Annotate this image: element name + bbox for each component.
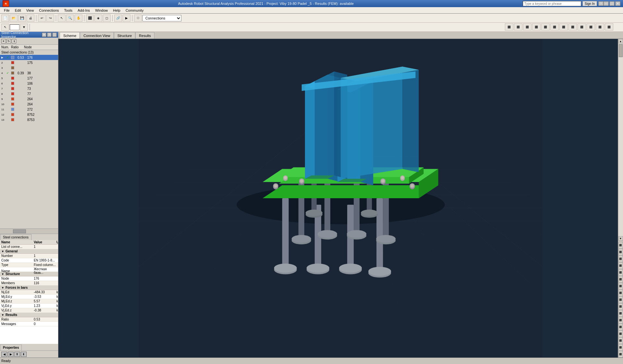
sign-in-button[interactable]: Sign In	[582, 1, 597, 6]
side-btn-4[interactable]: ⬛	[618, 262, 623, 269]
side-btn-12[interactable]: ⬛	[618, 317, 623, 323]
steel-connections-tab[interactable]: Steel connections	[0, 234, 31, 240]
properties-tab[interactable]: Properties	[0, 345, 22, 350]
tab-results[interactable]: Results	[135, 32, 154, 39]
viewport-canvas[interactable]: ▲ ▼ ⬛ ⬛ ⬛ ⬛ ⬛ ⬛ ⬛ ⬛ ⬛ ⬛ ⬛	[58, 39, 623, 358]
scroll-thumb[interactable]	[13, 229, 26, 233]
bt-nav3[interactable]: ⬆	[14, 352, 20, 357]
tb-redo[interactable]: ↪	[46, 15, 54, 22]
side-btn-13[interactable]: ⬛	[618, 324, 623, 330]
tb-view-shade[interactable]: ⬛	[578, 23, 586, 30]
tb-view-wire[interactable]: ⬛	[568, 23, 577, 30]
list-item[interactable]: 3	[0, 65, 58, 70]
side-btn-11[interactable]: ⬛	[618, 310, 623, 317]
tab-structure[interactable]: Structure	[114, 32, 136, 39]
tb-view-top[interactable]: ⬛	[541, 23, 550, 30]
list-item[interactable]: 13 8753	[0, 117, 58, 122]
list-item[interactable]: ▶ ✓ 0.53 176	[0, 55, 58, 60]
side-btn-3[interactable]: ⬛	[618, 256, 623, 262]
list-item[interactable]: 5 177	[0, 76, 58, 81]
menu-window[interactable]: Window	[92, 8, 110, 13]
tb-view-y[interactable]: ⬛	[605, 23, 613, 30]
bt-nav2[interactable]: ▶	[8, 352, 14, 357]
insp-tb-refresh[interactable]: ↻	[6, 39, 11, 43]
inspector-help[interactable]: ?	[47, 32, 52, 37]
tb-icon-connection[interactable]: ⬡	[134, 15, 142, 22]
tb-nav-dropdown[interactable]: ▼	[20, 24, 28, 31]
side-btn-10[interactable]: ⬛	[618, 303, 623, 310]
tb-save[interactable]: 💾	[18, 15, 26, 22]
inspector-menu[interactable]: ⋮	[52, 32, 57, 37]
menu-help[interactable]: Help	[110, 8, 123, 13]
bt-nav[interactable]: ◀	[1, 352, 7, 357]
bt-nav4[interactable]: ⬇	[21, 352, 27, 357]
scroll-down[interactable]: ▼	[618, 236, 623, 241]
list-item[interactable]: 2 175	[0, 60, 58, 65]
side-btn-7[interactable]: ⬛	[618, 283, 623, 289]
tb-render[interactable]: ◈	[94, 15, 102, 22]
tb-zoom[interactable]: 🔍	[66, 15, 74, 22]
tb-view-iso[interactable]: ⬛	[550, 23, 559, 30]
scroll-track[interactable]	[618, 43, 623, 236]
list-item[interactable]: 12 8752	[0, 112, 58, 117]
tb-view3d[interactable]: ⬛	[86, 15, 94, 22]
list-item[interactable]: 4 ✓ 0.39 38	[0, 70, 58, 76]
help-button[interactable]: ?	[598, 1, 604, 6]
list-item[interactable]: 8 77	[0, 91, 58, 96]
tb-view-left[interactable]: ⬛	[523, 23, 531, 30]
horizontal-scrollbar[interactable]	[0, 228, 58, 234]
maximize-button[interactable]: □	[609, 1, 615, 6]
menu-addins[interactable]: Add-Ins	[75, 8, 92, 13]
side-btn-14[interactable]: ⬛	[618, 331, 623, 337]
tab-scheme[interactable]: Scheme	[60, 32, 80, 39]
viewport[interactable]: Scheme Connection View Structure Results	[58, 32, 623, 358]
tb-select[interactable]: ↖	[58, 15, 66, 22]
tb-pointer[interactable]: ↖	[1, 24, 9, 31]
list-item[interactable]: 6 106	[0, 81, 58, 86]
menu-view[interactable]: View	[24, 8, 37, 13]
tb-run[interactable]: ▶	[123, 15, 130, 22]
scroll-up[interactable]: ▲	[618, 39, 623, 43]
side-btn-8[interactable]: ⬛	[618, 290, 623, 296]
side-btn-16[interactable]: ⬛	[618, 344, 623, 351]
tb-view-x[interactable]: ⬛	[596, 23, 604, 30]
nav-input[interactable]: 3	[10, 24, 19, 30]
menu-tools[interactable]: Tools	[62, 8, 75, 13]
close-button[interactable]: ✕	[615, 1, 620, 6]
inspector-close[interactable]: ✕	[42, 32, 46, 37]
side-btn-2[interactable]: ⬛	[618, 249, 623, 255]
side-btn-9[interactable]: ⬛	[618, 297, 623, 303]
side-btn-1[interactable]: ⬛	[618, 242, 623, 249]
tb-view-front[interactable]: ⬛	[505, 23, 513, 30]
search-input[interactable]	[523, 1, 581, 6]
insp-tb-close[interactable]: ✕	[1, 39, 6, 43]
tb-undo[interactable]: ↩	[38, 15, 46, 22]
tb-view-back[interactable]: ⬛	[514, 23, 522, 30]
tb-view-right[interactable]: ⬛	[532, 23, 541, 30]
tab-connection-view[interactable]: Connection View	[80, 32, 114, 39]
tb-wire[interactable]: ◻	[103, 15, 111, 22]
list-item[interactable]: 11 272	[0, 107, 58, 112]
side-btn-6[interactable]: ⬛	[618, 276, 623, 283]
insp-tb-info[interactable]: ℹ	[12, 39, 16, 43]
side-btn-15[interactable]: ⬛	[618, 337, 623, 344]
tb-open[interactable]: 📂	[10, 15, 18, 22]
connections-dropdown[interactable]: Connections	[142, 15, 181, 21]
tb-connect[interactable]: 🔗	[114, 15, 122, 22]
side-btn-17[interactable]: ⬛	[618, 351, 623, 358]
vertical-scrollbar[interactable]: ▲ ▼ ⬛ ⬛ ⬛ ⬛ ⬛ ⬛ ⬛ ⬛ ⬛ ⬛ ⬛	[618, 39, 623, 358]
side-btn-5[interactable]: ⬛	[618, 269, 623, 276]
minimize-button[interactable]: —	[604, 1, 609, 6]
tb-view-edge[interactable]: ⬛	[587, 23, 595, 30]
list-item[interactable]: 9 264	[0, 96, 58, 102]
tb-view-persp[interactable]: ⬛	[559, 23, 568, 30]
menu-community[interactable]: Community	[123, 8, 146, 13]
menu-connections[interactable]: Connections	[36, 8, 61, 13]
menu-edit[interactable]: Edit	[12, 8, 24, 13]
tb-new[interactable]: 📄	[1, 15, 9, 22]
tb-print[interactable]: 🖨	[27, 15, 34, 22]
tb-pan[interactable]: ✋	[75, 15, 82, 22]
scroll-thumb-v[interactable]	[619, 44, 623, 57]
menu-file[interactable]: File	[1, 8, 12, 13]
list-item[interactable]: 7 73	[0, 86, 58, 91]
